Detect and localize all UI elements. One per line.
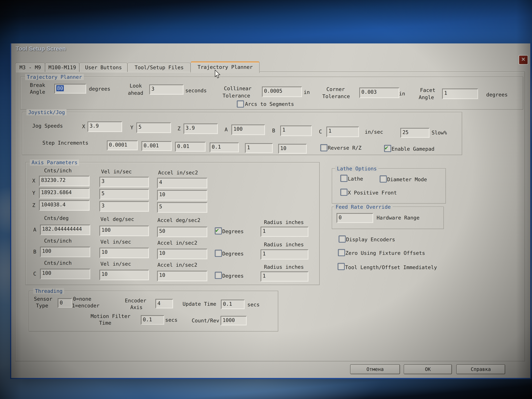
collinear-label-2: Tolerance: [222, 93, 250, 99]
tab-tool-setup-files[interactable]: Tool/Setup Files: [127, 63, 191, 72]
jog-axis-x-label: X: [82, 123, 85, 130]
jog-z-input[interactable]: 3.9: [184, 123, 218, 134]
reverse-rz-checkbox[interactable]: [320, 144, 327, 151]
collinear-tolerance-input[interactable]: 0.0005: [262, 87, 302, 97]
header-accel-degsec2: Accel deg/sec2: [158, 217, 200, 223]
encoder-axis-label-1: Encoder: [125, 298, 146, 304]
b-radius-input[interactable]: 1: [260, 249, 308, 260]
motion-filter-unit: secs: [165, 317, 177, 323]
z-vel-input[interactable]: 3: [99, 201, 149, 212]
jog-c-input[interactable]: 1: [326, 127, 359, 137]
arcs-to-segments-checkbox[interactable]: [237, 100, 244, 108]
ok-button[interactable]: OK: [404, 364, 452, 374]
a-degrees-checkbox[interactable]: [215, 227, 222, 234]
jog-axis-a-label: A: [225, 127, 228, 133]
step-increment-2-input[interactable]: 0.001: [141, 141, 172, 151]
header-radius-c: Radius inches: [264, 264, 304, 270]
y-accel-input[interactable]: 10: [157, 190, 207, 201]
jog-axis-z-label: Z: [177, 126, 181, 132]
c-degrees-label: Degrees: [222, 273, 244, 279]
feed-rate-override-input[interactable]: 0: [337, 213, 373, 223]
sensor-type-hint-1: 0=none: [73, 296, 91, 302]
mouse-cursor: [214, 70, 221, 79]
axis-y-label: Y: [32, 190, 35, 196]
header-radius-a: Radius inches: [264, 219, 304, 225]
display-encoders-checkbox[interactable]: [339, 235, 346, 242]
b-degrees-checkbox[interactable]: [215, 250, 222, 257]
break-angle-input[interactable]: 80: [54, 84, 86, 94]
look-ahead-label-2: ahead: [128, 90, 143, 96]
axis-z-label: Z: [32, 202, 35, 208]
y-cnts-input[interactable]: 18923.6864: [39, 188, 89, 199]
a-accel-input[interactable]: 50: [157, 227, 207, 237]
a-radius-input[interactable]: 1: [260, 227, 308, 237]
c-accel-input[interactable]: 10: [157, 271, 207, 281]
jog-b-input[interactable]: 1: [280, 126, 312, 136]
y-vel-input[interactable]: 5: [99, 189, 149, 199]
b-vel-input[interactable]: 10: [99, 248, 149, 258]
z-accel-input[interactable]: 5: [157, 202, 207, 213]
facet-angle-unit: degrees: [486, 92, 508, 98]
tool-length-offset-checkbox[interactable]: [338, 263, 345, 270]
tab-user-buttons[interactable]: User Buttons: [79, 63, 127, 72]
slow-percent-input[interactable]: 25: [400, 128, 430, 138]
z-cnts-input[interactable]: 104038.4: [39, 200, 89, 211]
tab-trajectory-planner[interactable]: Trajectory Planner: [191, 62, 260, 73]
b-degrees-label: Degrees: [222, 251, 244, 257]
cancel-button[interactable]: Отмена: [350, 364, 400, 374]
count-rev-input[interactable]: 1000: [221, 316, 247, 325]
c-vel-input[interactable]: 10: [99, 270, 149, 280]
enable-gamepad-checkbox[interactable]: [384, 145, 391, 152]
x-cnts-input[interactable]: 83230.72: [39, 176, 89, 186]
update-time-label: Update Time: [183, 301, 216, 307]
encoder-axis-input[interactable]: 4: [155, 299, 173, 308]
close-icon[interactable]: ✕: [519, 55, 528, 65]
x-accel-input[interactable]: 4: [157, 178, 207, 188]
sensor-type-input[interactable]: 0: [58, 298, 72, 308]
look-ahead-unit: seconds: [185, 88, 207, 94]
step-increment-3-input[interactable]: 0.01: [175, 142, 206, 152]
jog-y-input[interactable]: 5: [136, 122, 171, 133]
feed-rate-override-group-label: Feed Rate Override: [334, 204, 393, 210]
hardware-range-label: Hardware Range: [377, 215, 419, 221]
reverse-rz-label: Reverse R/Z: [328, 145, 361, 151]
motion-filter-input[interactable]: 0.1: [141, 315, 164, 325]
header-vel-insec: Vel in/sec: [101, 169, 132, 175]
update-time-unit: secs: [247, 302, 260, 308]
facet-angle-label-1: Facet: [420, 87, 435, 93]
facet-angle-input[interactable]: 1: [442, 89, 478, 99]
c-degrees-checkbox[interactable]: [215, 272, 222, 279]
a-cnts-input[interactable]: 182.044444444: [40, 225, 90, 235]
axis-x-label: X: [32, 178, 35, 184]
lathe-checkbox[interactable]: [340, 175, 348, 182]
step-increment-5-input[interactable]: 1: [245, 143, 273, 153]
photo-stage: Tool Setup Screen ✕ M3 - M9 M100-M119 Us…: [0, 0, 532, 399]
jog-x-input[interactable]: 3.9: [88, 121, 122, 132]
slow-percent-label: Slow%: [432, 130, 447, 136]
update-time-input[interactable]: 0.1: [221, 300, 245, 309]
jog-a-input[interactable]: 100: [231, 125, 265, 135]
diameter-mode-checkbox[interactable]: [380, 175, 387, 183]
jog-unit-label: in/sec: [365, 129, 383, 135]
step-increment-4-input[interactable]: 0.1: [210, 143, 239, 152]
c-radius-input[interactable]: 1: [260, 272, 308, 282]
tab-m100-m119[interactable]: M100-M119: [45, 63, 79, 72]
corner-label-2: Tolerance: [322, 93, 350, 99]
tool-length-offset-label: Tool Length/Offset Immediately: [345, 264, 437, 270]
step-increment-6-input[interactable]: 10: [278, 144, 307, 154]
corner-tolerance-input[interactable]: 0.003: [359, 88, 399, 98]
x-vel-input[interactable]: 3: [99, 177, 149, 187]
a-degrees-label: Degrees: [222, 228, 244, 234]
step-increment-1-input[interactable]: 0.0001: [107, 140, 138, 150]
a-vel-input[interactable]: 100: [99, 226, 149, 236]
help-button[interactable]: Справка: [456, 364, 505, 374]
x-positive-front-checkbox[interactable]: [340, 189, 348, 196]
b-cnts-input[interactable]: 100: [40, 247, 90, 257]
zero-fixture-offsets-checkbox[interactable]: [338, 249, 345, 256]
tab-m3-m9[interactable]: M3 - M9: [15, 63, 45, 72]
b-accel-input[interactable]: 10: [157, 249, 207, 259]
c-cnts-input[interactable]: 100: [40, 269, 90, 279]
sensor-type-label-1: Sensor: [34, 296, 52, 302]
look-ahead-input[interactable]: 3: [149, 85, 184, 95]
monitor-screen: Tool Setup Screen ✕ M3 - M9 M100-M119 Us…: [0, 0, 532, 399]
